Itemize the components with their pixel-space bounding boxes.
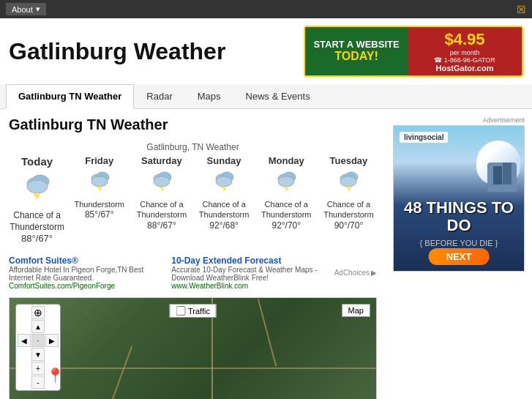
weather-icon-tuesday [321, 169, 377, 196]
ad-item-1[interactable]: 10-Day Extended Forecast Accurate 10-Day… [171, 256, 322, 290]
tab-maps-link[interactable]: Maps [185, 84, 233, 108]
ad-body-0: Affordable Hotel In Pigeon Forge,TN Best… [9, 266, 160, 282]
content-area: Gatlinburg TN Weather Gatlinburg, TN Wea… [0, 109, 386, 399]
weather-icon-today [9, 171, 65, 207]
sidebar-ad[interactable]: livingsocial 48 THINGS TO DO { BEFORE YO… [393, 125, 525, 272]
weather-day-saturday: Saturday Chance of a Thunderstorm 88°/67… [133, 155, 190, 244]
map-type-label: Map [348, 306, 364, 315]
day-name-friday: Friday [71, 155, 127, 166]
livingsocial-badge: livingsocial [400, 132, 448, 143]
weather-day-tuesday: Tuesday Chance of a Thunderstorm 90°/70° [321, 155, 377, 244]
ad-price: $4.95 [444, 30, 484, 49]
sidebar: Advertisement livingsocial 48 THINGS TO … [386, 109, 532, 399]
weather-desc-monday: Chance of a Thunderstorm [258, 199, 315, 220]
sidebar-ad-label: Advertisement [393, 116, 525, 124]
traffic-label: Traffic [188, 307, 210, 316]
svg-point-14 [216, 176, 232, 187]
weather-grid: Today Chance of a Thunderstorm 88°/67° F… [9, 155, 377, 244]
svg-point-2 [27, 180, 48, 193]
weather-desc-saturday: Chance of a Thunderstorm [133, 199, 190, 220]
about-label: About [12, 5, 33, 14]
weather-icon-friday [71, 169, 127, 196]
map-zoom-out[interactable]: - [31, 376, 45, 389]
map-zoom-in[interactable]: + [31, 362, 45, 375]
about-button[interactable]: About ▾ [6, 3, 46, 15]
weather-day-monday: Monday Chance of a Thunderstorm 92°/70° [258, 155, 315, 244]
weather-desc-today: Chance of a Thunderstorm [9, 210, 65, 233]
ad-line2: TODAY! [313, 50, 399, 63]
weather-icon-monday [258, 169, 315, 196]
page-title: Gatlinburg TN Weather [9, 116, 377, 133]
dropdown-icon: ▾ [36, 4, 40, 14]
site-title: Gatlinburg Weather [9, 38, 225, 65]
ad-title-0: Comfort Suites® [9, 256, 160, 266]
map-pan-left[interactable]: ◀ [18, 334, 31, 347]
top-bar: About ▾ ☒ [0, 0, 532, 18]
map-pan-right[interactable]: ▶ [45, 334, 59, 347]
map-pan-up[interactable]: ▲ [31, 320, 45, 333]
tab-gatlinburg-link[interactable]: Gatlinburg TN Weather [6, 84, 134, 109]
svg-point-10 [154, 176, 170, 187]
weather-desc-sunday: Chance of a Thunderstorm [196, 199, 252, 220]
adchoices-label: AdChoices [334, 269, 370, 277]
weather-desc-tuesday: Chance of a Thunderstorm [321, 199, 377, 220]
weather-temp-friday: 85°/67° [71, 209, 127, 220]
weather-location: Gatlinburg, TN Weather [9, 142, 377, 152]
sidebar-sub-text: { BEFORE YOU DIE } [394, 239, 524, 247]
map-pan-down[interactable]: ▼ [31, 348, 45, 361]
weather-temp-tuesday: 90°/70° [321, 220, 377, 231]
ad-right-section: $4.95 per month ☎ 1-866-96-GATOR HostGat… [408, 27, 522, 75]
tab-radar[interactable]: Radar [134, 84, 184, 108]
ad-title-1: 10-Day Extended Forecast [171, 256, 322, 266]
map-traffic-button[interactable]: Traffic [169, 304, 217, 318]
map-type-button[interactable]: Map [342, 304, 370, 317]
ad-left-section: START A WEBSITE TODAY! [305, 27, 408, 75]
tab-news-link[interactable]: News & Events [233, 84, 323, 108]
ad-item-0[interactable]: Comfort Suites® Affordable Hotel In Pige… [9, 256, 160, 290]
weather-temp-saturday: 88°/67° [133, 220, 190, 231]
ad-start-text: START A WEBSITE TODAY! [313, 40, 399, 63]
weather-day-friday: Friday Thunderstorm 85°/67° [71, 155, 127, 244]
day-name-today: Today [9, 155, 65, 168]
ads-row: Comfort Suites® Affordable Hotel In Pige… [9, 256, 377, 290]
ad-per-month: per month [450, 49, 480, 56]
traffic-checkbox[interactable] [176, 306, 185, 316]
rss-icon[interactable]: ☒ [517, 4, 526, 15]
nav-tabs: Gatlinburg TN Weather Radar Maps News & … [6, 84, 526, 108]
header: Gatlinburg Weather START A WEBSITE TODAY… [0, 18, 532, 84]
svg-point-18 [278, 176, 294, 187]
weather-temp-monday: 92°/70° [258, 220, 315, 231]
adchoices[interactable]: AdChoices ▶ [334, 256, 377, 290]
sidebar-next-button[interactable]: NEXT [429, 248, 490, 265]
header-ad-banner[interactable]: START A WEBSITE TODAY! $4.95 per month ☎… [304, 26, 523, 77]
tab-radar-link[interactable]: Radar [134, 84, 184, 108]
ad-line1: START A WEBSITE [313, 40, 399, 50]
map-zoom-compass[interactable]: ⊕ [31, 306, 45, 319]
weather-temp-today: 88°/67° [9, 233, 65, 244]
day-name-sunday: Sunday [196, 155, 252, 166]
ad-phone: ☎ 1-866-96-GATOR [434, 56, 495, 64]
weather-day-sunday: Sunday Chance of a Thunderstorm 92°/68° [196, 155, 252, 244]
ad-brand: HostGator.com [436, 64, 494, 72]
map-pan-center[interactable]: · [31, 334, 45, 347]
main-content: Gatlinburg TN Weather Gatlinburg, TN Wea… [0, 109, 532, 399]
weather-temp-sunday: 92°/68° [196, 220, 252, 231]
navigation: Gatlinburg TN Weather Radar Maps News & … [0, 84, 532, 109]
map-pin: 📍 [46, 367, 64, 384]
weather-day-today: Today Chance of a Thunderstorm 88°/67° [9, 155, 65, 244]
tab-gatlinburg-weather[interactable]: Gatlinburg TN Weather [6, 84, 134, 108]
sidebar-big-text: 48 THINGS TO DO [394, 199, 524, 234]
svg-point-6 [91, 176, 108, 187]
tab-maps[interactable]: Maps [185, 84, 233, 108]
day-name-tuesday: Tuesday [321, 155, 377, 166]
adchoices-icon: ▶ [371, 269, 377, 277]
tab-news-events[interactable]: News & Events [233, 84, 323, 108]
ad-link-0[interactable]: ComfortSuites.com/PigeonForge [9, 282, 160, 290]
day-name-monday: Monday [258, 155, 315, 166]
day-name-saturday: Saturday [133, 155, 190, 166]
weather-icon-sunday [196, 169, 252, 196]
map-container[interactable]: ⊕ ▲ ◀ · ▶ ▼ + - Traffic Map 📍 [9, 297, 377, 399]
ad-link-1[interactable]: www.WeatherBlink.com [171, 282, 322, 290]
weather-icon-saturday [133, 169, 190, 196]
ad-body-1: Accurate 10-Day Forecast & Weather Maps … [171, 266, 322, 282]
